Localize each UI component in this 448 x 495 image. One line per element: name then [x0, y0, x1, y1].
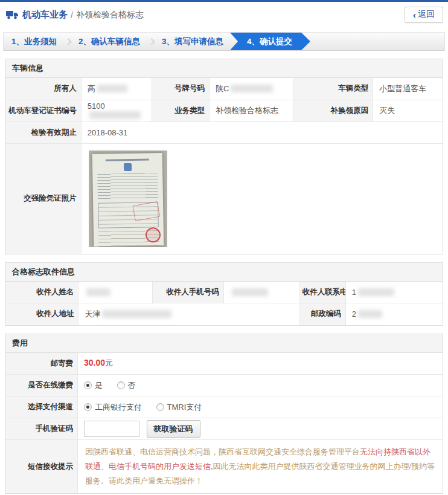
table-row: 交强险凭证照片 [5, 143, 443, 254]
channel-icbc-option[interactable]: 工商银行支付 [84, 403, 144, 412]
plate-number-value: 陕C [209, 78, 293, 100]
sms-notice-text: 因陕西省联通、电信运营商技术问题，陕西省互联网交通安全综合服务管理平台无法向持陕… [77, 440, 443, 494]
sms-code-label: 手机验证码 [5, 418, 77, 440]
redacted-blur [232, 288, 268, 296]
insurance-photo-label: 交强险凭证照片 [5, 143, 81, 254]
vehicle-info-section: 车辆信息 所有人 高 号牌号码 陕C 车辆类型 小型普通客车 机动车登记证书编号… [5, 59, 443, 254]
table-row: 机动车登记证书编号 5100 业务类型 补领检验合格标志 补换领原因 灭失 [5, 100, 443, 121]
reissue-reason-value: 灭失 [373, 100, 443, 121]
table-row: 选择支付渠道 工商银行支付 TMRI支付 [5, 396, 443, 418]
step-2-confirm-vehicle-info[interactable]: 2、确认车辆信息 [71, 33, 148, 50]
radio-checked-icon [84, 381, 92, 389]
vehicle-type-value: 小型普通客车 [373, 78, 443, 100]
step-4-confirm-submit: 4、确认提交 [230, 33, 310, 50]
breadcrumb-current: 补领检验合格标志 [76, 10, 144, 21]
postage-amount: 30.00 [84, 358, 105, 367]
postcode-value: 2 [345, 303, 443, 325]
insurer-emblem-icon [123, 163, 131, 170]
sms-code-cell: 获取验证码 [77, 418, 443, 440]
owner-label: 所有人 [5, 78, 81, 100]
redacted-blur [358, 288, 394, 296]
redacted-blur [97, 85, 127, 92]
document-paper [92, 152, 164, 246]
recipient-address-value: 天津 [78, 303, 300, 325]
payment-channel-options: 工商银行支付 TMRI支付 [77, 396, 443, 418]
channel-tmri-option[interactable]: TMRI支付 [156, 403, 202, 412]
plate-number-label: 号牌号码 [152, 78, 210, 100]
online-pay-label: 是否在线缴费 [5, 375, 77, 396]
breadcrumb: 机动车业务 / 补领检验合格标志 [6, 9, 144, 21]
table-row: 短信接收提示 因陕西省联通、电信运营商技术问题，陕西省互联网交通安全综合服务管理… [5, 440, 443, 494]
radio-unchecked-icon [117, 381, 125, 389]
fee-section-title: 费用 [5, 334, 443, 353]
option-label: 工商银行支付 [95, 403, 142, 412]
redacted-blur [358, 310, 382, 318]
recipient-mobile-value [223, 282, 300, 303]
radio-checked-icon [84, 403, 92, 411]
pickup-info-section: 合格标志取件信息 收件人姓名 收件人手机号码 收件人联系电话 1 收件人地址 天… [5, 262, 443, 326]
sms-notice-label: 短信接收提示 [5, 440, 77, 494]
fee-table: 邮寄费 30.00元 是否在线缴费 是 否 选择支付渠道 [5, 353, 443, 494]
recipient-name-label: 收件人姓名 [5, 282, 78, 303]
pickup-section-title: 合格标志取件信息 [5, 263, 443, 282]
insurance-certificate-photo[interactable] [89, 150, 167, 247]
step-1-business-notice[interactable]: 1、业务须知 [4, 33, 65, 50]
inspection-valid-value: 2018-08-31 [81, 121, 443, 143]
radio-unchecked-icon [156, 403, 164, 411]
registration-cert-label: 机动车登记证书编号 [5, 100, 81, 121]
page-header: 机动车业务 / 补领检验合格标志 ‹ 返回 [0, 2, 448, 28]
document-text-lines [97, 173, 158, 201]
vehicle-section-title: 车辆信息 [5, 59, 443, 78]
table-row: 收件人姓名 收件人手机号码 收件人联系电话 1 [5, 282, 443, 303]
table-row: 是否在线缴费 是 否 [5, 375, 443, 396]
vehicle-info-table: 所有人 高 号牌号码 陕C 车辆类型 小型普通客车 机动车登记证书编号 5100… [5, 78, 443, 254]
fee-section: 费用 邮寄费 30.00元 是否在线缴费 是 否 [5, 334, 443, 494]
online-pay-yes-option[interactable]: 是 [84, 381, 105, 390]
page: 机动车业务 / 补领检验合格标志 ‹ 返回 1、业务须知 2、确认车辆信息 3、… [0, 0, 448, 495]
option-label: TMRI支付 [167, 403, 202, 412]
breadcrumb-root[interactable]: 机动车业务 [22, 9, 68, 21]
postage-unit: 元 [105, 358, 113, 367]
owner-value: 高 [81, 78, 152, 100]
step-3-fill-application-info[interactable]: 3、填写申请信息 [154, 33, 231, 50]
reissue-reason-label: 补换领原因 [293, 100, 373, 121]
truck-icon [6, 10, 19, 19]
pickup-info-table: 收件人姓名 收件人手机号码 收件人联系电话 1 收件人地址 天津 邮政编码 2 [5, 282, 443, 325]
sms-code-input[interactable] [84, 421, 139, 437]
online-pay-no-option[interactable]: 否 [117, 381, 136, 390]
step-navigation: 1、业务须知 2、确认车辆信息 3、填写申请信息 4、确认提交 [3, 32, 445, 51]
insurance-photo-cell [81, 143, 443, 254]
notice-text-part1: 因陕西省联通、电信运营商技术问题，陕西省互联网交通安全综合服务管理平台 [85, 447, 360, 456]
recipient-phone-value: 1 [345, 282, 443, 303]
document-title-line [106, 158, 149, 161]
table-row: 手机验证码 获取验证码 [5, 418, 443, 440]
payment-channel-label: 选择支付渠道 [5, 396, 77, 418]
recipient-mobile-label: 收件人手机号码 [152, 282, 223, 303]
online-pay-options: 是 否 [77, 375, 443, 396]
redacted-blur [231, 85, 273, 92]
redacted-blur [102, 310, 171, 318]
business-type-value: 补领检验合格标志 [209, 100, 293, 121]
inspection-valid-label: 检验有效期止 [5, 121, 81, 143]
get-code-button[interactable]: 获取验证码 [147, 420, 200, 438]
vehicle-type-label: 车辆类型 [293, 78, 373, 100]
breadcrumb-separator: / [71, 10, 73, 20]
business-type-label: 业务类型 [152, 100, 210, 121]
back-button-label: 返回 [418, 9, 435, 20]
recipient-address-label: 收件人地址 [5, 303, 78, 325]
table-row: 邮寄费 30.00元 [5, 353, 443, 375]
back-arrow-icon: ‹ [413, 10, 416, 20]
table-row: 所有人 高 号牌号码 陕C 车辆类型 小型普通客车 [5, 78, 443, 100]
postcode-label: 邮政编码 [300, 303, 345, 325]
recipient-phone-label: 收件人联系电话 [300, 282, 345, 303]
table-row: 检验有效期止 2018-08-31 [5, 121, 443, 143]
redacted-blur [86, 288, 110, 296]
postage-value: 30.00元 [77, 353, 443, 375]
table-row: 收件人地址 天津 邮政编码 2 [5, 303, 443, 325]
recipient-name-value [78, 282, 152, 303]
postage-label: 邮寄费 [5, 353, 77, 375]
back-button[interactable]: ‹ 返回 [405, 7, 443, 23]
registration-cert-value: 5100 [81, 100, 152, 121]
redacted-blur [89, 111, 141, 119]
option-label: 否 [128, 381, 136, 390]
